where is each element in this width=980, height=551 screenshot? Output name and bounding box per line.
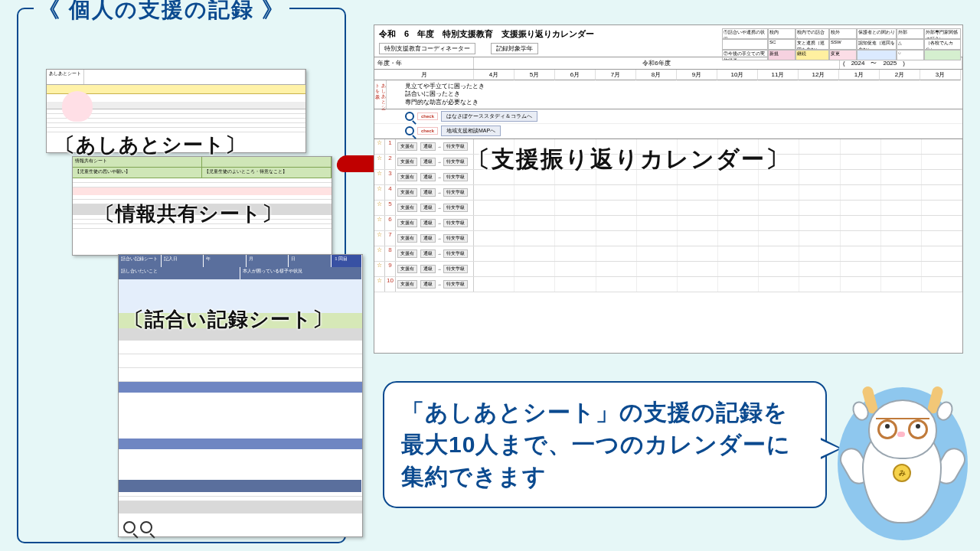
pill-tsukyu: 通級 bbox=[420, 280, 436, 289]
pill-shien: 支援有 bbox=[397, 265, 417, 273]
pill-tokushi: 特支学級 bbox=[443, 265, 468, 273]
loupe-icon bbox=[405, 112, 414, 121]
sheet2-name: 情報共有シート bbox=[73, 157, 202, 167]
pill-tokushi: 特支学級 bbox=[443, 280, 468, 289]
sheet3-label: 〔話合い記録シート〕 bbox=[124, 306, 333, 333]
pill-shien: 支援有 bbox=[397, 234, 417, 243]
pill-tsukyu: 通級 bbox=[420, 188, 436, 197]
pill-tsukyu: 通級 bbox=[420, 219, 436, 227]
check-row-1: check はなさぽケーススタディ＆コラムへ bbox=[374, 109, 962, 124]
pill-tokushi: 特支学級 bbox=[443, 219, 468, 227]
pill-tokushi: 特支学級 bbox=[443, 204, 468, 212]
star-icon: ☆ bbox=[374, 170, 385, 184]
calendar-notes: あしあとシートを表示 見立てや手立てに困ったとき 話合いに困ったとき 専門的な助… bbox=[374, 80, 962, 109]
bubble-text: 「あしあとシート」の支援の記録を最大10人まで、一つのカレンダーに集約できます bbox=[401, 399, 791, 489]
pill-tsukyu: 通級 bbox=[420, 142, 436, 151]
pill-tsukyu: 通級 bbox=[420, 173, 436, 181]
row-index: 9 bbox=[385, 262, 396, 276]
calendar-row: ☆7支援有通級→特支学級 bbox=[374, 231, 962, 246]
speech-bubble: 「あしあとシート」の支援の記録を最大10人まで、一つのカレンダーに集約できます bbox=[383, 381, 827, 508]
row-index: 8 bbox=[385, 246, 396, 261]
pill-shien: 支援有 bbox=[397, 219, 417, 227]
calendar-label: 〔支援振り返りカレンダー〕 bbox=[467, 144, 790, 175]
cal-subbox-coordinator: 特別支援教育コーディネーター bbox=[379, 43, 475, 54]
cal-subbox-grade: 記録対象学年 bbox=[491, 43, 538, 54]
calendar-row: ☆6支援有通級→特支学級 bbox=[374, 216, 962, 231]
sheet2-label: 〔情報共有シート〕 bbox=[95, 201, 283, 227]
row-index: 5 bbox=[385, 201, 396, 215]
row-index: 4 bbox=[385, 185, 396, 200]
star-icon: ☆ bbox=[374, 139, 385, 154]
pill-tokushi: 特支学級 bbox=[443, 173, 468, 181]
pill-shien: 支援有 bbox=[397, 188, 417, 197]
loupe-icon bbox=[140, 521, 152, 533]
star-icon: ☆ bbox=[374, 262, 385, 276]
row-name-cell: 支援有通級→特支学級 bbox=[396, 216, 474, 230]
link-support-map[interactable]: 地域支援相談MAPへ bbox=[441, 126, 501, 136]
heart-icon bbox=[62, 91, 93, 122]
sheet1-label: 〔あしあとシート〕 bbox=[55, 132, 246, 158]
mascot-goat: み bbox=[838, 387, 968, 540]
row-index: 2 bbox=[385, 155, 396, 169]
pill-shien: 支援有 bbox=[397, 249, 417, 258]
sheet2-h-right: 【児童生徒のよいところ・得意なこと】 bbox=[202, 168, 332, 178]
calendar-row: ☆5支援有通級→特支学級 bbox=[374, 201, 962, 216]
calendar-legend: ①話合いや連携の状況 校内 校内での話合い 校外 保護者との関わり 外部 外部専… bbox=[722, 28, 959, 62]
pill-tokushi: 特支学級 bbox=[443, 188, 468, 197]
calendar-sheet: 令和 6 年度 特別支援教育 支援振り返りカレンダー 特別支援教育コーディネータ… bbox=[374, 24, 963, 354]
row-index: 1 bbox=[385, 139, 396, 154]
calendar-row: ☆9支援有通級→特支学級 bbox=[374, 262, 962, 277]
pill-shien: 支援有 bbox=[397, 173, 417, 181]
pill-shien: 支援有 bbox=[397, 142, 417, 151]
calendar-row: ☆4支援有通級→特支学級 bbox=[374, 185, 962, 201]
sheet2-h-left: 【児童生徒の思いや願い】 bbox=[73, 168, 202, 178]
star-icon: ☆ bbox=[374, 246, 385, 261]
star-icon: ☆ bbox=[374, 231, 385, 246]
calendar-month-row: 月 4月 5月 6月 7月 8月 9月 10月 11月 12月 1月 2月 3月 bbox=[374, 70, 962, 80]
pill-tokushi: 特支学級 bbox=[443, 158, 468, 166]
row-index: 10 bbox=[385, 277, 396, 292]
row-name-cell: 支援有通級→特支学級 bbox=[396, 246, 474, 261]
row-name-cell: 支援有通級→特支学級 bbox=[396, 139, 474, 154]
cal-year-left: 年度・年 bbox=[374, 57, 474, 69]
star-icon: ☆ bbox=[374, 155, 385, 169]
pill-tsukyu: 通級 bbox=[420, 158, 436, 166]
sheet3-name: 話合い記録シート bbox=[119, 255, 162, 267]
pill-tokushi: 特支学級 bbox=[443, 234, 468, 243]
pill-tokushi: 特支学級 bbox=[443, 249, 468, 258]
star-icon: ☆ bbox=[374, 201, 385, 215]
loupe-icon bbox=[405, 126, 414, 135]
pill-tsukyu: 通級 bbox=[420, 265, 436, 273]
pill-tokushi: 特支学級 bbox=[443, 142, 468, 151]
pill-shien: 支援有 bbox=[397, 158, 417, 166]
star-icon: ☆ bbox=[374, 216, 385, 230]
link-case-study[interactable]: はなさぽケーススタディ＆コラムへ bbox=[441, 111, 537, 122]
sheet1-name: あしあとシート bbox=[47, 70, 84, 84]
row-name-cell: 支援有通級→特支学級 bbox=[396, 155, 474, 169]
row-index: 3 bbox=[385, 170, 396, 184]
row-name-cell: 支援有通級→特支学級 bbox=[396, 185, 474, 200]
left-panel: 《 個人の支援の記録 》 あしあとシート 〔あしあとシート〕 情報共有シート 【… bbox=[17, 8, 346, 543]
bell-icon: み bbox=[893, 464, 911, 482]
row-index: 6 bbox=[385, 216, 396, 230]
row-name-cell: 支援有通級→特支学級 bbox=[396, 231, 474, 246]
row-name-cell: 支援有通級→特支学級 bbox=[396, 262, 474, 276]
star-icon: ☆ bbox=[374, 185, 385, 200]
calendar-row: ☆10支援有通級→特支学級 bbox=[374, 277, 962, 292]
sheet-hanashiai-kiroku: 話合い記録シート 記入日 年 月 日 １回目 話し合いたいこと 本人が困っている… bbox=[118, 254, 363, 537]
row-name-cell: 支援有通級→特支学級 bbox=[396, 277, 474, 292]
row-name-cell: 支援有通級→特支学級 bbox=[396, 170, 474, 184]
left-panel-title: 《 個人の支援の記録 》 bbox=[34, 0, 289, 24]
sheet3-tag: １回目 bbox=[332, 255, 362, 267]
row-index: 7 bbox=[385, 231, 396, 246]
calendar-row: ☆8支援有通級→特支学級 bbox=[374, 246, 962, 262]
pill-shien: 支援有 bbox=[397, 204, 417, 212]
check-row-2: check 地域支援相談MAPへ bbox=[374, 124, 962, 139]
pill-shien: 支援有 bbox=[397, 280, 417, 289]
pill-tsukyu: 通級 bbox=[420, 204, 436, 212]
star-icon: ☆ bbox=[374, 277, 385, 292]
loupe-icon bbox=[123, 521, 136, 533]
row-name-cell: 支援有通級→特支学級 bbox=[396, 201, 474, 215]
pill-tsukyu: 通級 bbox=[420, 249, 436, 258]
pill-tsukyu: 通級 bbox=[420, 234, 436, 243]
